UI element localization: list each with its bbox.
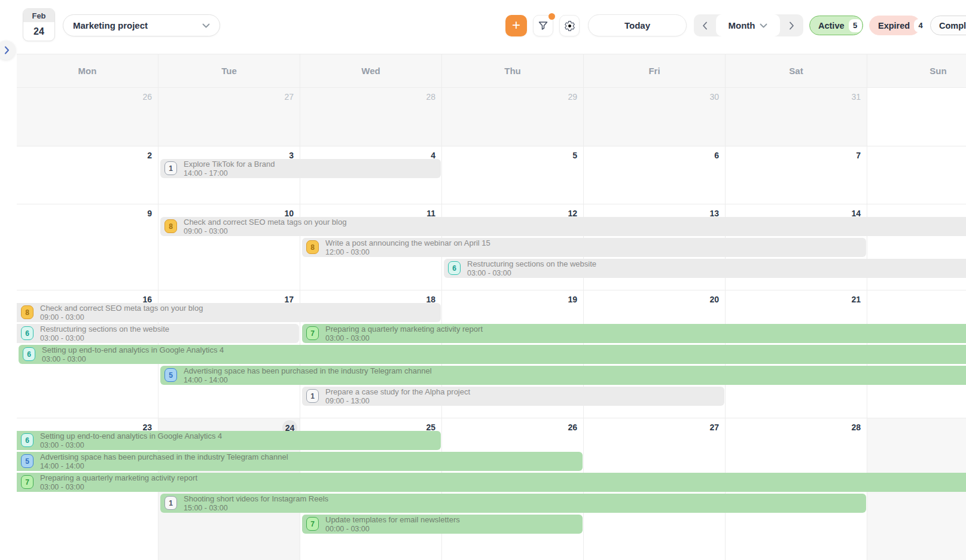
event-bar[interactable]: 8Check and correct SEO meta tags on your… [160,217,966,236]
day-cell-30[interactable]: 30 [584,88,726,146]
event-bar[interactable]: 6Setting up end-to-end analytics in Goog… [17,431,441,450]
event-number-badge: 8 [164,219,177,233]
event-bar[interactable]: 5Advertising space has been purchased in… [17,452,583,471]
date-label: 27 [709,423,719,432]
event-bar[interactable]: 1Explore TikTok for a Brand14:00 - 17:00 [160,159,441,178]
filter-pill-label: Completed [939,21,966,30]
event-number-badge: 7 [306,326,319,340]
event-bar[interactable]: 7Preparing a quarterly marketing activit… [17,473,966,492]
day-cell-26[interactable]: 26 [17,88,159,146]
event-number-badge: 7 [21,475,33,489]
day-cell-27[interactable]: 27 [159,88,300,146]
filter-pill-completed[interactable]: Completed [930,16,966,35]
event-title: Explore TikTok for a Brand [184,160,441,169]
prev-period-button[interactable] [694,14,716,36]
date-label: 7 [856,151,861,160]
gear-icon [564,20,575,32]
filter-pill-expired[interactable]: Expired 4 [869,16,921,35]
event-bar[interactable]: 1Prepare a case study for the Alpha proj… [302,387,724,406]
event-time: 12:00 - 03:00 [325,248,866,256]
event-time: 09:00 - 13:00 [325,397,724,405]
date-label: 29 [568,92,577,102]
event-title: Preparing a quarterly marketing activity… [325,325,966,334]
week-row: 23456781Explore TikTok for a Brand14:00 … [17,146,966,204]
event-bar[interactable]: 8Check and correct SEO meta tags on your… [17,303,441,322]
weekday-header-sun: Sun [867,54,966,87]
event-title: Advertising space has been purchased in … [40,452,583,462]
date-label: 26 [568,423,577,432]
event-bar[interactable]: 6Restructuring sections on the website03… [444,259,966,278]
sidebar-expand-button[interactable] [0,41,16,60]
event-time: 09:00 - 03:00 [184,227,966,235]
event-title: Preparing a quarterly marketing activity… [40,473,966,483]
next-period-button[interactable] [780,14,803,36]
event-title: Restructuring sections on the website [467,259,966,269]
filter-pill-label: Active [818,21,845,30]
weekday-header-sat: Sat [726,54,867,87]
event-title: Setting up end-to-end analytics in Googl… [40,432,441,441]
week-row: 23242526272816Setting up end-to-end anal… [17,418,966,560]
event-bar[interactable]: 7Preparing a quarterly marketing activit… [302,324,966,343]
event-number-badge: 6 [448,261,461,275]
today-button[interactable]: Today [588,14,687,36]
event-time: 03:00 - 03:00 [40,441,441,449]
add-task-button[interactable]: + [505,15,527,36]
day-cell-1[interactable]: 1 [867,88,966,146]
date-label: 5 [572,151,577,160]
event-title: Check and correct SEO meta tags on your … [40,304,441,313]
project-select[interactable]: Marketing project [63,14,220,36]
filter-pill-label: Expired [878,21,910,30]
event-time: 14:00 - 14:00 [40,462,583,470]
event-number-badge: 6 [21,433,33,447]
event-time: 03:00 - 03:00 [467,269,966,277]
day-cell-5[interactable]: 5 [442,146,584,204]
chevron-right-icon [789,22,794,30]
date-label: 26 [142,92,152,102]
mini-date-widget[interactable]: Feb 24 [23,8,55,41]
event-bar[interactable]: 8Write a post announcing the webinar on … [302,238,866,257]
today-button-label: Today [624,20,650,30]
view-mode-select[interactable]: Month [716,14,780,36]
event-time: 14:00 - 17:00 [184,169,441,178]
event-bar[interactable]: 5Advertising space has been purchased in… [160,366,966,385]
chevron-down-icon [202,23,210,28]
day-cell-29[interactable]: 29 [442,88,584,146]
event-number-badge: 5 [164,368,177,382]
chevron-down-icon [760,23,767,28]
date-label: 6 [714,151,719,160]
event-title: Restructuring sections on the website [40,325,299,334]
event-number-badge: 1 [164,496,177,510]
event-number-badge: 5 [21,454,33,468]
event-number-badge: 1 [164,161,177,175]
settings-button[interactable] [559,15,580,36]
day-cell-2[interactable]: 2 [17,146,159,204]
event-number-badge: 8 [21,305,33,319]
day-cell-9[interactable]: 9 [17,204,159,290]
day-cell-28[interactable]: 28 [300,88,442,146]
filter-pill-count: 5 [849,19,862,32]
event-title: Update templates for email newsletters [325,515,583,525]
view-mode-value: Month [729,20,755,30]
filter-button[interactable] [533,15,553,36]
day-cell-31[interactable]: 31 [726,88,867,146]
event-title: Write a post announcing the webinar on A… [325,238,866,248]
filter-funnel-icon [538,21,548,30]
date-label: 9 [147,209,152,218]
weekday-header-thu: Thu [442,54,584,87]
date-label: 2 [147,151,152,160]
filter-pill-active[interactable]: Active 5 [809,16,863,35]
plus-icon: + [512,18,520,32]
week-row: 161718192021228Check and correct SEO met… [17,290,966,418]
day-cell-8[interactable]: 8 [867,146,966,204]
event-number-badge: 7 [306,517,319,531]
day-cell-7[interactable]: 7 [726,146,867,204]
event-bar[interactable]: 6Restructuring sections on the website03… [17,324,299,343]
event-number-badge: 6 [21,326,33,340]
event-bar[interactable]: 6Setting up end-to-end analytics in Goog… [19,345,966,364]
filter-active-dot [548,13,555,20]
day-cell-6[interactable]: 6 [584,146,726,204]
event-bar[interactable]: 7Update templates for email newsletters0… [302,515,583,534]
topbar: Feb 24 Marketing project + Today Month [0,0,966,54]
event-time: 00:00 - 03:00 [325,525,583,533]
event-bar[interactable]: 1Shooting short videos for Instagram Ree… [160,494,866,513]
